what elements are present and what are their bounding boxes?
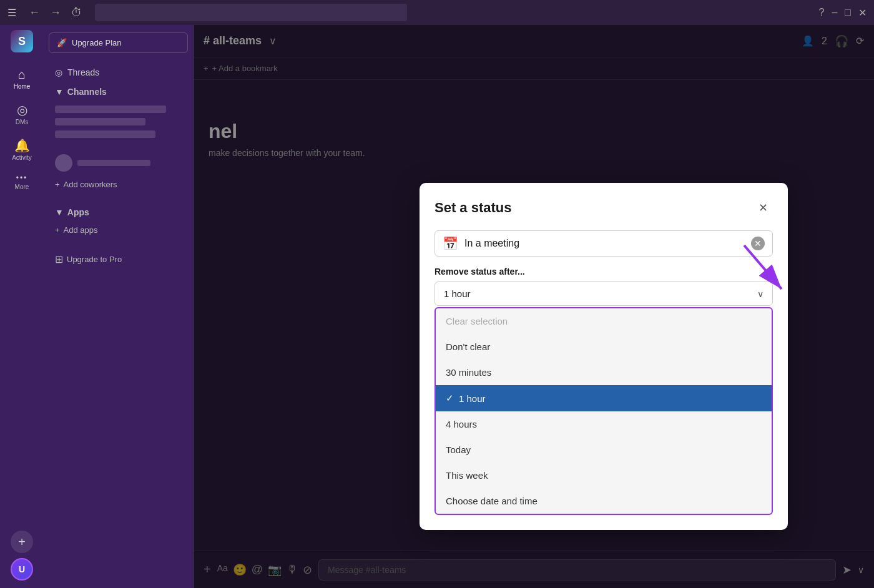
icon-sidebar: S ⌂ Home ◎ DMs 🔔 Activity ••• More +	[0, 25, 44, 588]
dropdown-item-30min[interactable]: 30 minutes	[436, 360, 772, 385]
more-icon: •••	[16, 174, 28, 182]
clear-selection-label: Clear selection	[446, 316, 508, 326]
nav-sidebar: 🚀 Upgrade Plan ◎ Threads ▼ Channels + Ad…	[44, 25, 194, 588]
user-avatar-small	[55, 154, 72, 172]
channels-label: Channels	[67, 87, 107, 97]
close-button[interactable]: ✕	[858, 7, 867, 19]
activity-icon: 🔔	[14, 138, 30, 153]
sidebar-item-dms[interactable]: ◎ DMs	[4, 97, 40, 130]
sidebar-item-home[interactable]: ⌂ Home	[4, 62, 40, 95]
titlebar-actions: ? – □ ✕	[819, 7, 867, 19]
apps-collapse-icon: ▼	[55, 207, 64, 217]
sidebar-item-more[interactable]: ••• More	[4, 169, 40, 195]
upgrade-icon: 🚀	[57, 38, 67, 47]
status-clear-button[interactable]: ✕	[751, 237, 765, 250]
dont-clear-label: Don't clear	[446, 341, 490, 352]
upgrade-pro-button[interactable]: ⊞ Upgrade to Pro	[49, 249, 188, 270]
upgrade-pro-label: Upgrade to Pro	[67, 255, 122, 264]
activity-label: Activity	[12, 154, 32, 161]
dropdown-item-today[interactable]: Today	[436, 437, 772, 463]
add-apps-button[interactable]: + Add apps	[49, 221, 188, 239]
dropdown-item-dont-clear[interactable]: Don't clear	[436, 334, 772, 360]
modal-close-button[interactable]: ✕	[753, 198, 773, 218]
add-apps-icon: +	[55, 225, 60, 235]
user-avatar[interactable]: U	[11, 558, 33, 581]
dropdown-item-this-week[interactable]: This week	[436, 463, 772, 488]
today-label: Today	[446, 444, 471, 455]
status-emoji: 📅	[443, 236, 458, 251]
status-input-row: 📅 ✕	[435, 230, 773, 257]
home-icon: ⌂	[18, 67, 26, 82]
channels-collapse-icon: ▼	[55, 87, 64, 97]
30-minutes-label: 30 minutes	[446, 367, 491, 378]
modal-header: Set a status ✕	[435, 198, 773, 218]
sidebar-item-activity[interactable]: 🔔 Activity	[4, 133, 40, 166]
chevron-down-icon: ∨	[757, 289, 764, 299]
sidebar-bottom: + U	[11, 531, 33, 581]
channel-item	[55, 118, 145, 125]
add-coworkers-button[interactable]: + Add coworkers	[49, 175, 188, 194]
upgrade-plan-button[interactable]: 🚀 Upgrade Plan	[49, 32, 188, 53]
dms-icon: ◎	[17, 102, 27, 117]
selected-option-label: 1 hour	[444, 288, 471, 299]
minimize-button[interactable]: –	[832, 7, 837, 18]
choose-date-label: Choose date and time	[446, 496, 538, 506]
main-content: # all-teams ∨ 👤 2 🎧 ⟳ + + Add a bookmark…	[194, 25, 874, 588]
set-status-modal: Set a status ✕ 📅 ✕ Remove status after..…	[420, 183, 788, 530]
checkmark-icon: ✓	[446, 393, 454, 404]
add-apps-label: Add apps	[64, 225, 98, 235]
hamburger-icon[interactable]: ☰	[7, 7, 16, 19]
1-hour-label: 1 hour	[459, 393, 486, 404]
apps-label: Apps	[67, 207, 89, 217]
dropdown-list: Clear selection Don't clear 30 minutes ✓…	[435, 307, 773, 515]
threads-label: Threads	[67, 67, 99, 77]
apps-section: ▼ Apps + Add apps	[49, 203, 188, 239]
remove-after-label: Remove status after...	[435, 267, 773, 277]
nav-buttons: ← → ⏱	[26, 4, 85, 22]
add-workspace-icon: +	[18, 535, 26, 549]
dropdown-item-4hours[interactable]: 4 hours	[436, 411, 772, 437]
dms-label: DMs	[16, 119, 29, 125]
this-week-label: This week	[446, 470, 488, 481]
workspace-logo-letter: S	[18, 35, 26, 48]
add-coworkers-icon: +	[55, 180, 60, 189]
channels-section[interactable]: ▼ Channels	[49, 83, 188, 100]
dropdown-item-1hour[interactable]: ✓ 1 hour	[436, 385, 772, 411]
user-name-blurred	[77, 160, 150, 166]
titlebar: ☰ ← → ⏱ ? – □ ✕	[0, 0, 874, 25]
slack-icon: ⊞	[55, 253, 63, 265]
dropdown-item-custom[interactable]: Choose date and time	[436, 488, 772, 514]
status-text-input[interactable]	[464, 238, 745, 249]
4-hours-label: 4 hours	[446, 419, 477, 429]
channel-item	[55, 105, 166, 113]
more-label: More	[15, 184, 29, 190]
back-button[interactable]: ←	[26, 4, 42, 22]
threads-nav-item[interactable]: ◎ Threads	[49, 63, 188, 82]
dropdown-trigger[interactable]: 1 hour ∨	[435, 282, 773, 306]
dropdown-item-clear[interactable]: Clear selection	[436, 308, 772, 334]
threads-icon: ◎	[55, 67, 62, 77]
forward-button[interactable]: →	[47, 4, 64, 22]
app-layout: S ⌂ Home ◎ DMs 🔔 Activity ••• More +	[0, 25, 874, 588]
add-workspace-button[interactable]: +	[11, 531, 33, 553]
workspace-logo[interactable]: S	[11, 30, 33, 52]
search-input[interactable]	[95, 4, 407, 21]
history-button[interactable]: ⏱	[69, 4, 85, 22]
add-coworkers-label: Add coworkers	[64, 180, 117, 189]
apps-section-header[interactable]: ▼ Apps	[49, 203, 188, 221]
channel-item	[55, 130, 155, 138]
modal-title: Set a status	[435, 200, 512, 216]
upgrade-label: Upgrade Plan	[72, 38, 122, 47]
maximize-button[interactable]: □	[845, 7, 851, 18]
upgrade-pro-section: ⊞ Upgrade to Pro	[49, 249, 188, 270]
help-button[interactable]: ?	[819, 7, 825, 18]
channel-list	[49, 105, 188, 138]
home-label: Home	[14, 83, 31, 90]
user-info	[77, 160, 182, 166]
